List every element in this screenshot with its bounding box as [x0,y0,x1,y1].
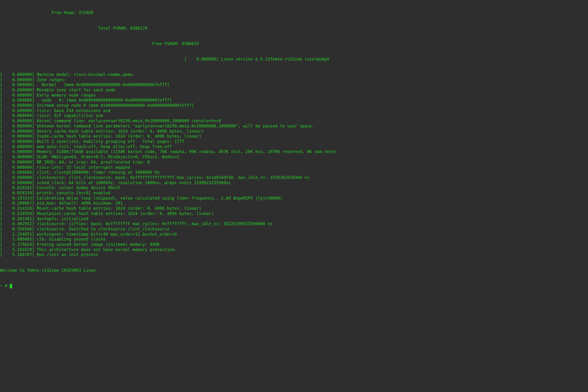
free-psram-line: Free PSRAM: 8386019 [0,41,588,46]
welcome-line: Welcome to femto-rv32ima CH32V003 Linux [0,268,588,273]
dmesg-line: [ 0.000000] node 0: [mem 0x0000000080000… [0,98,588,103]
dmesg-line: [ 0.000000] Kernel command line: earlyco… [0,118,588,124]
dmesg-line: [ 0.556546] clocksource: Switched to clo… [0,226,588,232]
dmesg-line: [ 0.000000] Machine model: riscv-minimal… [0,72,588,77]
dmesg-line: [ 0.000000] riscv-intc: 32 local interru… [0,165,588,170]
dmesg-line: [ 0.000000] Early memory node ranges [0,93,588,98]
dmesg-line: [ 0.000000] Built 1 zonelists, mobility … [0,139,588,144]
dmesg-line: [ 0.000000] SLUB: HWalign=64, Order=0-1,… [0,154,588,160]
dmesg-line: [ 5.089485] clk: Disabling unused clocks [0,237,588,242]
dmesg-line: [ 0.000000] clocksource: clint_clocksour… [0,175,588,180]
dmesg-line: [ 0.000000] Inode-cache hash table entri… [0,134,588,139]
dmesg-line: [ 0.200867] pid_max: default: 4096 minim… [0,201,588,206]
dmesg-line: [ 0.000000] riscv: base ISA extensions a… [0,108,588,114]
dmesg-line: [ 0.193333] Calibrating delay loop (skip… [0,196,588,201]
dmesg-block: [ 0.000000] Machine model: riscv-minimal… [0,72,588,258]
free-heap-line: Free heap: 372468 [0,10,588,16]
dmesg-line: [ 0.000000] Normal [mem 0x00000000800000… [0,82,588,88]
dmesg-line: [ 0.000000] clint: clint@11000000: timer… [0,170,588,175]
prompt-text: ~ # [0,283,10,288]
dmesg-line: [ 5.175624] Freeing unused kernel image … [0,242,588,247]
dmesg-line: [ 0.000000] Initmem setup node 0 [mem 0x… [0,103,588,108]
dmesg-line: [ 0.000000] Memory: 5188K/7164K availabl… [0,149,588,154]
linux-version-line: [ 0.000000] Linux version 6.5.12femto-rv… [0,57,588,62]
prompt-line[interactable]: ~ # [0,283,588,288]
dmesg-line: [ 0.000000] riscv: ELF capabilities aim [0,113,588,118]
dmesg-line: [ 5.181629] This architecture does not h… [0,247,588,252]
dmesg-line: [ 0.000000] mem auto-init: stack:off, he… [0,144,588,150]
cursor-icon [10,284,12,288]
dmesg-line: [ 0.402932] clocksource: jiffies: mask: … [0,222,588,226]
terminal-output[interactable]: Free heap: 372468 Total PSRAM: 8386279 F… [0,0,588,294]
dmesg-line: [ 0.026342] Console: colour dummy device… [0,185,588,190]
dmesg-line: [ 0.000000] Movable zone start for each … [0,88,588,93]
total-psram-line: Total PSRAM: 8386279 [0,26,588,31]
dmesg-line: [ 0.000000] Zone ranges: [0,77,588,82]
dmesg-line: [ 0.000000] Dentry cache hash table entr… [0,129,588,134]
dmesg-line: [ 5.186787] Run /init as init process [0,252,588,258]
dmesg-line: [ 0.000000] Unknown kernel command line … [0,124,588,129]
dmesg-line: [ 0.028310] printk: console [hvc0] enabl… [0,190,588,196]
dmesg-line: [ 0.000000] sched_clock: 64 bits at 1000… [0,180,588,186]
dmesg-line: [ 0.220958] Mountpoint-cache hash table … [0,211,588,216]
dmesg-line: [ 0.000000] NR_IRQS: 64, nr_irqs: 64, pr… [0,160,588,165]
dmesg-line: [ 0.381481] devtmpfs: initialized [0,216,588,222]
dmesg-line: [ 1.254851] workingset: timestamp_bits=3… [0,232,588,237]
dmesg-line: [ 0.214326] Mount-cache hash table entri… [0,206,588,211]
